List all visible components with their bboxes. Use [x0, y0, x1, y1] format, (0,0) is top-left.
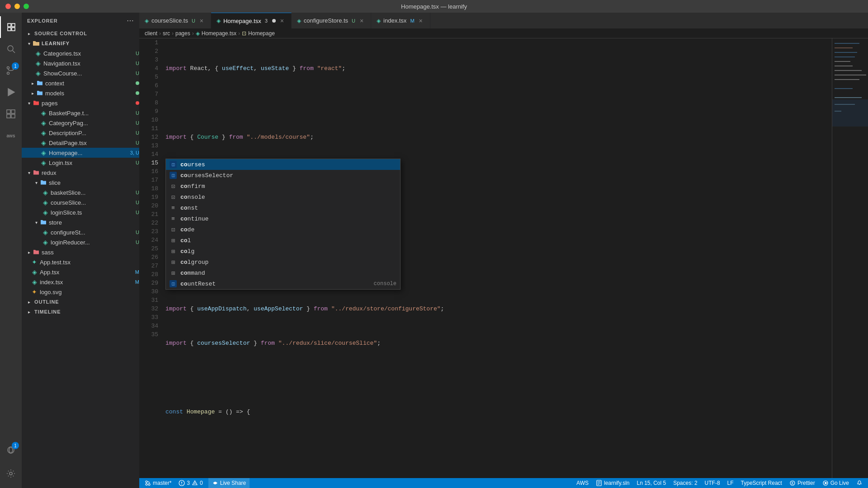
- code-line: const Homepage = () => {: [165, 408, 832, 416]
- ac-item-colg[interactable]: ⊞ colg: [166, 246, 400, 257]
- file-login[interactable]: ◈ Login.tsx U: [22, 158, 139, 168]
- ac-item-command[interactable]: ⊞ command: [166, 267, 400, 278]
- window-title: Homepage.tsx — learnify: [401, 3, 467, 10]
- timeline-section[interactable]: TIMELINE: [22, 307, 139, 317]
- settings-activity-icon[interactable]: [0, 463, 22, 484]
- file-basketpage[interactable]: ◈ BasketPage.t... U: [22, 108, 139, 118]
- prettier-icon: [789, 480, 796, 486]
- folder-slice[interactable]: slice: [22, 178, 139, 188]
- folder-redux[interactable]: redux: [22, 168, 139, 178]
- breadcrumb-part[interactable]: Homepage: [248, 30, 275, 37]
- remote-activity-icon[interactable]: 1: [0, 439, 22, 461]
- file-index[interactable]: ◈ index.tsx M: [22, 277, 139, 287]
- search-activity-icon[interactable]: [0, 38, 22, 60]
- source-control-chevron: [25, 30, 33, 37]
- encoding-status[interactable]: UTF-8: [703, 480, 722, 486]
- file-navigation[interactable]: ◈ Navigation.tsx U: [22, 58, 139, 68]
- prettier-status[interactable]: Prettier: [788, 480, 817, 486]
- minimize-button[interactable]: [14, 4, 20, 9]
- ts-icon: ◈: [42, 239, 49, 246]
- tree-root[interactable]: LEARNIFY: [22, 38, 139, 48]
- tsx-icon: ◈: [40, 139, 47, 146]
- svg-rect-12: [7, 114, 10, 118]
- file-status[interactable]: learnify.sln: [594, 480, 631, 486]
- go-live-status[interactable]: Go Live: [821, 480, 851, 486]
- ac-item-console[interactable]: ⊡ console: [166, 192, 400, 202]
- error-icon: [179, 480, 185, 486]
- ac-item-confirm[interactable]: ⊡ confirm: [166, 181, 400, 192]
- aws-activity-icon[interactable]: aws: [0, 125, 22, 146]
- live-share-status[interactable]: Live Share: [208, 478, 250, 488]
- file-icon: [596, 480, 602, 486]
- folder-models[interactable]: models: [22, 88, 139, 98]
- folder-chevron: [29, 89, 36, 97]
- line-ending-status[interactable]: LF: [726, 480, 736, 486]
- autocomplete-dropdown[interactable]: ◫ courses ◫ coursesSelector ⊡ confirm: [165, 159, 401, 290]
- file-basketslice[interactable]: ◈ basketSlice... U: [22, 188, 139, 197]
- file-categories[interactable]: ◈ Categories.tsx U: [22, 48, 139, 58]
- breadcrumb-part[interactable]: pages: [175, 30, 190, 37]
- errors-status[interactable]: 3 0: [177, 480, 204, 486]
- spaces-status[interactable]: Spaces: 2: [671, 480, 699, 486]
- file-loginslice[interactable]: ◈ loginSlice.ts U: [22, 207, 139, 217]
- file-categorypage[interactable]: ◈ CategoryPag... U: [22, 118, 139, 128]
- file-logo[interactable]: ✦ logo.svg: [22, 287, 139, 297]
- modified-indicator: [272, 19, 276, 23]
- branch-status[interactable]: master*: [143, 480, 173, 486]
- bell-icon: [856, 480, 863, 486]
- breadcrumb-part[interactable]: client: [145, 30, 157, 37]
- folder-chevron: [25, 99, 33, 107]
- file-loginreducer[interactable]: ◈ loginReducer... U: [22, 237, 139, 247]
- tab-close-icon[interactable]: ×: [417, 17, 425, 24]
- ac-item-code[interactable]: ⊡ code: [166, 224, 400, 235]
- tab-homepage[interactable]: ◈ Homepage.tsx 3 ×: [211, 13, 292, 28]
- aws-status[interactable]: AWS: [575, 480, 590, 486]
- outline-section[interactable]: OUTLINE: [22, 297, 139, 307]
- new-file-icon[interactable]: ⋯: [127, 16, 134, 25]
- folder-store[interactable]: store: [22, 217, 139, 227]
- file-configurest[interactable]: ◈ configureSt... U: [22, 227, 139, 237]
- folder-context[interactable]: context: [22, 78, 139, 88]
- tab-close-icon[interactable]: ×: [278, 17, 286, 24]
- breadcrumb-part[interactable]: Homepage.tsx: [202, 30, 236, 37]
- tab-close-icon[interactable]: ×: [358, 17, 365, 24]
- ac-item-colgroup[interactable]: ⊞ colgroup: [166, 257, 400, 267]
- file-showcourse[interactable]: ◈ ShowCourse... U: [22, 68, 139, 78]
- source-control-activity-icon[interactable]: 1: [0, 60, 22, 81]
- folder-pages[interactable]: pages: [22, 98, 139, 108]
- file-detailpage[interactable]: ◈ DetailPage.tsx U: [22, 138, 139, 148]
- tab-close-icon[interactable]: ×: [198, 17, 205, 24]
- sidebar-title: EXPLORER: [27, 18, 58, 23]
- file-apptest[interactable]: ✦ App.test.tsx: [22, 257, 139, 267]
- close-button[interactable]: [5, 4, 11, 9]
- language-status[interactable]: TypeScript React: [739, 480, 784, 486]
- ac-item-continue[interactable]: ≡ continue: [166, 213, 400, 224]
- folder-icon: [36, 80, 43, 87]
- run-debug-activity-icon[interactable]: [0, 81, 22, 103]
- file-homepage[interactable]: ◈ Homepage... 3, U: [22, 148, 139, 158]
- ac-item-col[interactable]: ⊞ col: [166, 235, 400, 246]
- file-app[interactable]: ◈ App.tsx M: [22, 267, 139, 277]
- tab-courseslice[interactable]: ◈ courseSlice.ts U ×: [139, 13, 211, 28]
- tab-configurestore[interactable]: ◈ configureStore.ts U ×: [292, 13, 371, 28]
- ac-item-courses[interactable]: ◫ courses: [166, 159, 400, 170]
- ac-item-const[interactable]: ≡ const: [166, 202, 400, 213]
- maximize-button[interactable]: [24, 4, 29, 9]
- bell-status[interactable]: [854, 480, 864, 486]
- folder-sass[interactable]: sass: [22, 247, 139, 257]
- live-share-label: Live Share: [220, 480, 246, 486]
- folder-chevron: [25, 249, 33, 256]
- file-descriptionpage[interactable]: ◈ DescriptionP... U: [22, 128, 139, 138]
- ac-item-coursesselector[interactable]: ◫ coursesSelector: [166, 170, 400, 181]
- error-count: 3: [187, 480, 190, 486]
- source-control-section[interactable]: SOURCE CONTROL: [22, 28, 139, 38]
- tab-file-icon: ◈: [145, 18, 149, 24]
- ac-item-countreset[interactable]: ◫ countReset console: [166, 278, 400, 289]
- breadcrumb-part[interactable]: src: [163, 30, 170, 37]
- language-label: TypeScript React: [741, 480, 782, 486]
- position-status[interactable]: Ln 15, Col 5: [635, 480, 668, 486]
- file-courseslice[interactable]: ◈ courseSlice... U: [22, 197, 139, 207]
- tab-index[interactable]: ◈ index.tsx M ×: [371, 13, 430, 28]
- extensions-activity-icon[interactable]: [0, 103, 22, 125]
- explorer-activity-icon[interactable]: [0, 16, 22, 38]
